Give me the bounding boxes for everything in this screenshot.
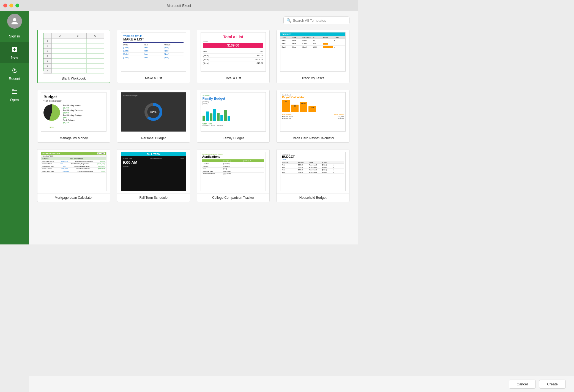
summary-savings-value: $550 bbox=[63, 117, 83, 119]
credit-bar-1: 40 bbox=[282, 100, 290, 112]
blank-grid: A B C 1 2 3 bbox=[43, 33, 104, 72]
template-family-budget[interactable]: Shared Family Budget [Month] [Year] bbox=[197, 90, 270, 143]
col-c: C bbox=[87, 33, 104, 39]
bar-7 bbox=[224, 110, 227, 121]
college-header: [College 1][College 2] bbox=[202, 159, 264, 162]
tasks-content: TASK LIST TASKSTARTEND DATE%COMP.COMP. [… bbox=[280, 32, 345, 72]
sidebar-item-open[interactable]: Open bbox=[0, 85, 29, 106]
template-preview-family: Shared Family Budget [Month] [Year] bbox=[197, 90, 270, 134]
col-a: A bbox=[52, 33, 69, 39]
bar-1 bbox=[203, 116, 205, 121]
credit-bar-3: $1,764 bbox=[300, 102, 307, 112]
summary-income-label: Total Monthly Income bbox=[63, 104, 83, 106]
template-preview-blank: A B C 1 2 3 bbox=[38, 30, 110, 74]
search-input[interactable] bbox=[293, 18, 346, 23]
bar-5 bbox=[217, 113, 220, 121]
household-row-4: Rent$200.00Roommate 4[Notes]↗ bbox=[282, 171, 344, 174]
search-bar[interactable]: 🔍 bbox=[283, 17, 349, 24]
list-subtitle: TASK OR TITLE bbox=[123, 35, 184, 37]
cell-c1 bbox=[87, 39, 104, 44]
template-preview-college: College Comparison Tracker Applications … bbox=[197, 149, 270, 194]
college-row-5: Application Date[App. Date] bbox=[202, 173, 264, 175]
donut-chart: 62% bbox=[144, 103, 162, 121]
template-manage-money[interactable]: Budget % of Income Spent 55% Total Month… bbox=[37, 90, 110, 143]
budget-body: 55% Total Monthly Income $3,750 Total Mo… bbox=[43, 104, 104, 124]
household-title: BUDGET bbox=[282, 155, 344, 158]
total-label: Total bbox=[203, 40, 263, 43]
titlebar: Microsoft Excel bbox=[0, 0, 358, 11]
pie-container: 55% bbox=[43, 104, 60, 124]
template-preview-credit: Credit Card Payoff Calculator 40 22 $1,7… bbox=[277, 90, 349, 134]
bar-6 bbox=[220, 115, 223, 121]
minimize-button[interactable] bbox=[9, 4, 13, 7]
window-controls[interactable] bbox=[3, 4, 19, 7]
summary-savings-label: Total Monthly Savings bbox=[63, 114, 83, 116]
recent-icon bbox=[11, 67, 18, 75]
template-college[interactable]: College Comparison Tracker Applications … bbox=[197, 149, 270, 202]
cell-c7 bbox=[87, 69, 104, 74]
mort-row-3: Duration of loan360Total Loan Payments$3… bbox=[41, 165, 106, 168]
template-preview-budget: Budget % of Income Spent 55% Total Month… bbox=[37, 90, 110, 134]
template-name-credit: Credit Card Payoff Calculator bbox=[277, 134, 349, 142]
family-month: [Month] bbox=[203, 100, 264, 102]
sidebar-item-signin[interactable]: Sign in bbox=[0, 30, 29, 42]
new-label: New bbox=[11, 55, 18, 59]
search-container: 🔍 bbox=[37, 17, 349, 24]
template-name-blank: Blank Workbook bbox=[38, 74, 110, 83]
template-grid-row1: A B C 1 2 3 bbox=[37, 30, 349, 143]
credit-bar-2: 22 bbox=[291, 105, 299, 112]
summary-income-value: $3,750 bbox=[63, 107, 83, 109]
template-name-family: Family Budget bbox=[197, 134, 270, 142]
close-button[interactable] bbox=[3, 4, 7, 7]
total-value: $139.00 bbox=[203, 43, 263, 48]
template-name-manage: Manage My Money bbox=[37, 134, 110, 142]
personal-title: Personal Budget bbox=[123, 95, 138, 97]
template-mortgage[interactable]: MORTGAGE LOAN $1,074 CALCULATOR INPUTSKE… bbox=[37, 149, 110, 202]
row-7: 7 bbox=[43, 69, 52, 74]
template-track-tasks[interactable]: TASK LIST TASKSTARTEND DATE%COMP.COMP. [… bbox=[276, 30, 349, 83]
template-name-total: Total a List bbox=[197, 74, 270, 82]
cell-a7 bbox=[52, 69, 69, 74]
cell-c4 bbox=[87, 54, 104, 59]
total-row-1: [Item]$22.00 bbox=[203, 54, 263, 58]
template-personal-budget[interactable]: Personal Budget 62% Personal Budget bbox=[117, 90, 190, 143]
list-heading: MAKE A LIST bbox=[123, 37, 184, 41]
template-blank-workbook[interactable]: A B C 1 2 3 bbox=[37, 30, 110, 83]
fall-interval: 60 min bbox=[123, 166, 184, 168]
template-fall-term[interactable]: FALL TERM START TIMETIME INTERVALYEAR 9:… bbox=[117, 149, 190, 202]
open-icon bbox=[11, 88, 18, 97]
list-row-1: [Date][Item][Note] bbox=[123, 46, 184, 49]
family-bars bbox=[203, 106, 264, 121]
bar-4 bbox=[213, 109, 216, 121]
list-divider bbox=[123, 42, 184, 43]
cashflow-sub: Projected Actual Variance bbox=[203, 125, 264, 126]
cell-b7 bbox=[69, 69, 87, 74]
template-make-list[interactable]: TASK OR TITLE MAKE A LIST DATE ITEM NOTE… bbox=[117, 30, 190, 83]
cell-a4 bbox=[52, 54, 69, 59]
template-household[interactable]: Household BUDGET Detail EXPENSEAMOUNTNAM… bbox=[276, 149, 349, 202]
college-row-2: Contact[Contact] bbox=[202, 165, 264, 168]
family-subtitle: Shared bbox=[203, 94, 264, 97]
tasks-row-1: [Task][Date][Date]0%● bbox=[280, 39, 345, 42]
tasks-cols: TASKSTARTEND DATE%COMP.COMP. bbox=[280, 36, 345, 39]
cell-b3 bbox=[69, 49, 87, 54]
household-row-3: Rent$200.00Roommate 3[Notes]↗ bbox=[282, 169, 344, 171]
mort-row-5: Loan Start Date1/1/2011Property Tax Amou… bbox=[41, 170, 106, 173]
window-title: Microsoft Excel bbox=[167, 4, 191, 8]
template-name-mortgage: Mortgage Loan Calculator bbox=[37, 194, 110, 202]
fall-labels: START TIMETIME INTERVALYEAR bbox=[123, 157, 184, 159]
template-credit-card[interactable]: Credit Card Payoff Calculator 40 22 $1,7… bbox=[276, 90, 349, 143]
template-total-list[interactable]: Total a List Total $139.00 ItemCost [Ite… bbox=[197, 30, 270, 83]
pie-chart bbox=[43, 104, 60, 121]
maximize-button[interactable] bbox=[15, 4, 19, 7]
sidebar-item-new[interactable]: New bbox=[0, 42, 29, 63]
cell-c6 bbox=[87, 64, 104, 69]
household-cols: EXPENSEAMOUNTNAMENOTES bbox=[282, 161, 344, 164]
cell-b4 bbox=[69, 54, 87, 59]
template-preview-list: TASK OR TITLE MAKE A LIST DATE ITEM NOTE… bbox=[117, 30, 190, 74]
template-name-college: College Comparison Tracker bbox=[197, 194, 270, 202]
sidebar-item-recent[interactable]: Recent bbox=[0, 63, 29, 85]
cell-a2 bbox=[52, 44, 69, 49]
signin-label: Sign in bbox=[9, 34, 20, 38]
cell-a1 bbox=[52, 39, 69, 44]
